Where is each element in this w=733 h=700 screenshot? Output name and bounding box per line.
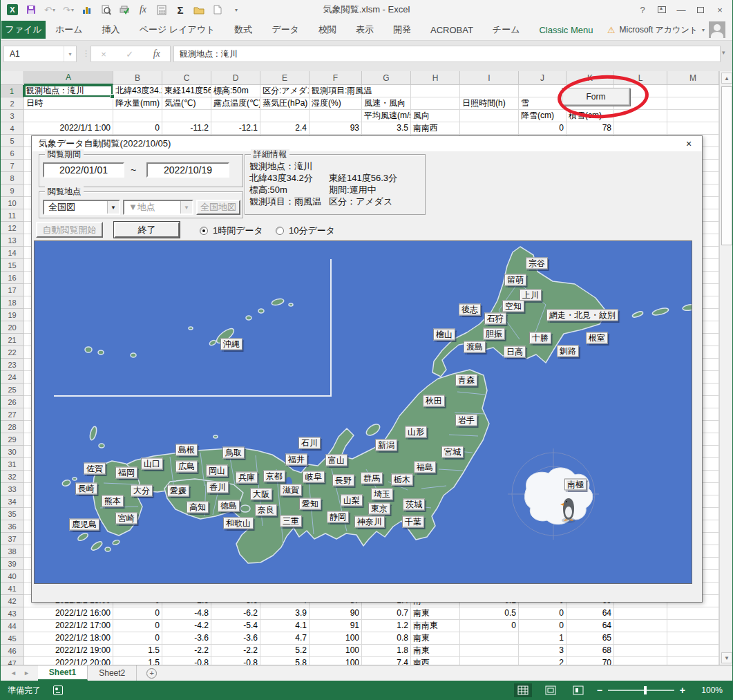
map-label-兵庫[interactable]: 兵庫 [236, 472, 258, 484]
map-label-埼玉[interactable]: 埼玉 [371, 489, 393, 500]
column-header-J[interactable]: J [519, 71, 567, 85]
cell-A45[interactable]: 2022/1/2 18:00 [24, 632, 113, 645]
map-label-新潟[interactable]: 新潟 [375, 439, 397, 451]
map-label-静岡[interactable]: 静岡 [327, 511, 349, 523]
cell-E47[interactable]: 5.8 [260, 657, 310, 665]
save-icon[interactable] [25, 3, 37, 16]
map-label-後志[interactable]: 後志 [459, 304, 481, 316]
row-header-4[interactable]: 4 [1, 122, 24, 135]
customize-icon[interactable]: ▾ [230, 3, 242, 16]
cell-D46[interactable]: -2.2 [211, 645, 260, 657]
sheet-tab-sheet1[interactable]: Sheet1 [38, 665, 88, 681]
cell-A3[interactable] [24, 110, 113, 122]
macro-record-icon[interactable] [53, 685, 63, 695]
cell-H45[interactable]: 南東 [411, 632, 460, 645]
row-header-15[interactable]: 15 [1, 259, 24, 272]
cell-E1[interactable]: 区分:アメダス [260, 85, 310, 97]
row-header-11[interactable]: 11 [1, 209, 24, 222]
vertical-scrollbar-thumb[interactable] [721, 86, 732, 245]
cell-M44[interactable] [667, 620, 719, 632]
cell-L47[interactable] [614, 657, 667, 665]
insert-function-icon[interactable]: fx [137, 3, 149, 16]
cell-L45[interactable] [614, 632, 667, 645]
row-header-31[interactable]: 31 [1, 458, 24, 471]
tab-表示[interactable]: 表示 [346, 19, 383, 40]
map-label-神奈川[interactable]: 神奈川 [354, 516, 385, 528]
formula-bar-expand-icon[interactable]: ▾ [722, 49, 725, 56]
print-preview-icon[interactable] [99, 3, 112, 16]
map-label-群馬[interactable]: 群馬 [361, 473, 383, 484]
cell-C2[interactable]: 気温(℃) [162, 97, 211, 110]
cell-I2[interactable]: 日照時間(h) [460, 97, 519, 110]
cell-J46[interactable]: 3 [519, 645, 567, 657]
end-button[interactable]: 終了 [114, 222, 180, 238]
new-sheet-button[interactable]: + [146, 665, 157, 681]
cell-M3[interactable] [667, 110, 719, 122]
map-label-三重[interactable]: 三重 [280, 515, 302, 527]
column-header-G[interactable]: G [362, 71, 411, 85]
map-label-釧路[interactable]: 釧路 [557, 346, 579, 357]
tab-ホーム[interactable]: ホーム [46, 19, 93, 40]
cell-M47[interactable] [667, 657, 719, 665]
column-header-A[interactable]: A [24, 71, 113, 85]
map-label-京都[interactable]: 京都 [263, 471, 285, 482]
map-label-福井[interactable]: 福井 [285, 454, 307, 466]
tab-数式[interactable]: 数式 [225, 19, 262, 40]
map-label-岡山[interactable]: 岡山 [206, 465, 228, 477]
row-header-17[interactable]: 17 [1, 284, 24, 296]
map-label-山形[interactable]: 山形 [405, 426, 427, 438]
row-header-43[interactable]: 43 [1, 607, 24, 620]
zoom-in-icon[interactable]: + [680, 685, 685, 696]
redo-icon[interactable]: ↷▾ [62, 3, 75, 16]
cell-I3[interactable] [460, 110, 519, 122]
page-layout-view-icon[interactable] [542, 683, 560, 697]
row-header-38[interactable]: 38 [1, 545, 24, 558]
map-label-福島[interactable]: 福島 [414, 462, 436, 473]
cell-L3[interactable] [614, 110, 667, 122]
row-header-1[interactable]: 1 [1, 85, 24, 97]
row-header-19[interactable]: 19 [1, 309, 24, 321]
cell-K46[interactable]: 68 [567, 645, 614, 657]
vertical-scrollbar[interactable]: ▲ ▼ [719, 71, 733, 665]
account-area[interactable]: ⚠ Microsoft アカウント ▾ [607, 19, 725, 40]
map-label-渡島[interactable]: 渡島 [464, 341, 486, 353]
row-header-41[interactable]: 41 [1, 583, 24, 595]
cell-M43[interactable] [667, 607, 719, 620]
map-label-香川[interactable]: 香川 [207, 482, 229, 493]
cell-K47[interactable]: 70 [567, 657, 614, 665]
row-header-2[interactable]: 2 [1, 97, 24, 110]
region-combobox[interactable]: 全国図 ▼ [43, 200, 120, 215]
row-header-14[interactable]: 14 [1, 247, 24, 259]
row-header-9[interactable]: 9 [1, 185, 24, 197]
station-combobox[interactable]: ▼地点 ▼ [123, 200, 193, 215]
tab-acrobat[interactable]: ACROBAT [421, 19, 483, 40]
zoom-slider-thumb[interactable] [644, 686, 647, 694]
sheet-tab-sheet2[interactable]: Sheet2 [88, 665, 137, 681]
map-label-網走・北見・紋別[interactable]: 網走・北見・紋別 [546, 310, 618, 321]
tab-classic-menu[interactable]: Classic Menu [529, 19, 602, 40]
cell-M2[interactable] [667, 97, 719, 110]
cell-H1[interactable] [411, 85, 460, 97]
cell-A43[interactable]: 2022/1/2 16:00 [24, 607, 113, 620]
map-label-上川[interactable]: 上川 [520, 290, 542, 301]
row-header-46[interactable]: 46 [1, 645, 24, 657]
minimize-icon[interactable]: — [672, 2, 691, 17]
row-header-5[interactable]: 5 [1, 135, 24, 147]
map-label-石狩[interactable]: 石狩 [484, 313, 506, 325]
column-header-E[interactable]: E [260, 71, 310, 85]
map-label-岐阜[interactable]: 岐阜 [303, 471, 325, 483]
cell-B45[interactable]: 0 [113, 632, 162, 645]
map-label-栃木[interactable]: 栃木 [391, 474, 413, 486]
cell-C46[interactable]: -2.2 [162, 645, 211, 657]
cell-F43[interactable]: 90 [310, 607, 362, 620]
cell-C1[interactable]: 東経141度56.3分 [162, 85, 211, 97]
map-label-岩手[interactable]: 岩手 [455, 415, 477, 426]
chart-icon[interactable] [81, 3, 93, 16]
cell-B3[interactable] [113, 110, 162, 122]
map-label-南極[interactable]: 南極 [564, 479, 587, 491]
cell-F2[interactable]: 湿度(%) [310, 97, 362, 110]
row-header-39[interactable]: 39 [1, 558, 24, 570]
cell-A46[interactable]: 2022/1/2 19:00 [24, 645, 113, 657]
row-header-28[interactable]: 28 [1, 421, 24, 433]
page-break-view-icon[interactable] [569, 683, 587, 697]
